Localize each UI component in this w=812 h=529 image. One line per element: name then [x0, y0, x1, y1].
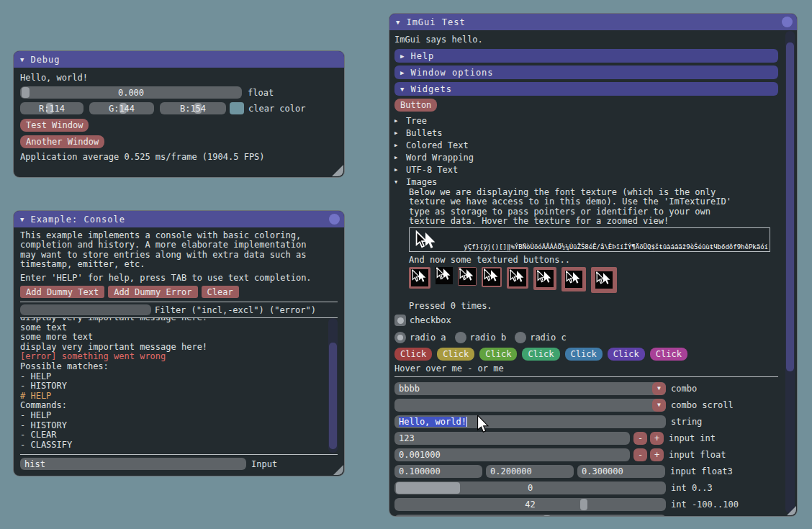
checkbox[interactable] [394, 315, 406, 326]
input-int-field[interactable]: 123 [394, 432, 630, 445]
slider-grab[interactable] [543, 515, 551, 517]
string-input-row: Hello, world! string [394, 415, 778, 428]
images-description: texture we have access to in this demo).… [409, 197, 778, 207]
combo-scroll-select[interactable]: ▼ [394, 399, 666, 412]
tree-item-bullets[interactable]: ▶Bullets [394, 127, 778, 139]
tree-item-images[interactable]: ▼Images [394, 176, 778, 188]
slider-grab[interactable] [580, 499, 587, 510]
add-dummy-error-button[interactable]: Add Dummy Error [108, 286, 197, 298]
clear-button[interactable]: Clear [202, 286, 239, 298]
color-edit-r[interactable]: R:114 [20, 102, 84, 114]
click-button[interactable]: Click [608, 348, 645, 361]
click-button[interactable]: Click [565, 348, 603, 361]
checkbox-row[interactable]: checkbox [394, 315, 778, 326]
slider-value: 0 [528, 483, 533, 493]
test-titlebar[interactable]: ▼ ImGui Test [389, 14, 797, 30]
console-scrollbar[interactable] [328, 318, 338, 453]
slider-label: int 0..3 [671, 483, 713, 493]
test-window-button[interactable]: Test Window [20, 119, 89, 132]
string-input-label: string [671, 417, 702, 427]
header-widgets[interactable]: ▼ Widgets [394, 82, 778, 96]
console-titlebar[interactable]: ▼ Example: Console [14, 211, 344, 227]
decrement-button[interactable]: - [633, 448, 647, 461]
slider-int-100[interactable]: 42 [394, 498, 666, 511]
radio-button-c[interactable] [515, 332, 526, 343]
click-buttons-row: Click Click Click Click Click Click Clic… [394, 348, 778, 361]
tree-item-utf8-text[interactable]: ▶UTF-8 Text [394, 163, 778, 176]
header-help[interactable]: ▶ Help [394, 49, 778, 63]
string-input[interactable]: Hello, world! [394, 415, 666, 428]
radio-button-a[interactable] [394, 332, 406, 343]
combo-arrow-icon[interactable]: ▼ [652, 382, 666, 395]
image-button[interactable] [507, 267, 528, 289]
click-button[interactable]: Click [650, 348, 687, 361]
float3-y-value: 0.200000 [490, 466, 532, 476]
console-log[interactable]: display very important message here! som… [20, 318, 338, 454]
close-icon[interactable] [782, 17, 793, 27]
image-button[interactable] [409, 267, 430, 289]
slider-grab[interactable] [396, 482, 460, 494]
scrollbar-thumb[interactable] [329, 343, 337, 449]
float-slider[interactable]: 0.000 [20, 86, 242, 99]
image-button[interactable] [458, 267, 477, 286]
button-widget[interactable]: Button [394, 99, 437, 112]
close-icon[interactable] [329, 214, 340, 225]
input-float3-x[interactable]: 0.100000 [394, 465, 482, 478]
click-button[interactable]: Click [522, 348, 559, 361]
image-button[interactable] [591, 267, 617, 293]
color-swatch[interactable] [230, 102, 244, 114]
console-input[interactable]: hist [20, 458, 246, 470]
header-window-options[interactable]: ▶ Window options [394, 65, 778, 79]
filter-input[interactable] [20, 304, 151, 315]
log-line: - HISTORY [20, 421, 325, 431]
another-window-button[interactable]: Another Window [20, 135, 104, 148]
slider-float[interactable]: 4.123 [394, 515, 666, 517]
window-scrollbar[interactable] [785, 31, 795, 513]
input-float-value: 0.001000 [399, 450, 441, 460]
log-line: some more text [20, 333, 325, 343]
font-texture-image[interactable]: ýÇf}{ÿj()[]‖%ÝBÑòÙöóÃÂÁÀÖ½¼ÙûŽŠ8éÊ/å\ÈÞï… [409, 227, 770, 252]
decrement-button[interactable]: - [633, 432, 647, 445]
combo-arrow-icon[interactable]: ▼ [652, 399, 666, 412]
slider-label: float [248, 88, 274, 98]
image-button[interactable] [436, 267, 453, 284]
image-button[interactable] [482, 267, 502, 287]
combo-scroll-row: ▼ combo scroll [394, 399, 778, 412]
scrollbar-thumb[interactable] [786, 42, 794, 371]
increment-button[interactable]: + [650, 448, 664, 461]
images-description: type as storage to pass pointers or iden… [409, 207, 778, 217]
tree-item-word-wrapping[interactable]: ▶Word Wrapping [394, 151, 778, 163]
combo-label: combo [671, 384, 697, 394]
combo-select[interactable]: bbbb ▼ [394, 382, 666, 395]
collapse-arrow-icon[interactable]: ▼ [20, 216, 24, 223]
log-line: Commands: [20, 401, 325, 411]
image-button[interactable] [533, 267, 556, 290]
collapse-arrow-icon[interactable]: ▼ [396, 19, 400, 26]
color-edit-g[interactable]: G:144 [89, 102, 154, 114]
color-edit-b[interactable]: B:154 [160, 102, 226, 114]
header-label: Window options [410, 68, 493, 78]
console-buttons-row: Add Dummy Text Add Dummy Error Clear [20, 286, 338, 298]
input-float3-y[interactable]: 0.200000 [486, 465, 574, 478]
input-int-row: 123 - + input int [394, 432, 778, 445]
tree-item-tree[interactable]: ▶Tree [394, 114, 778, 127]
add-dummy-text-button[interactable]: Add Dummy Text [20, 286, 104, 298]
click-button[interactable]: Click [394, 348, 432, 361]
increment-button[interactable]: + [650, 432, 664, 445]
click-button[interactable]: Click [437, 348, 474, 361]
input-float-field[interactable]: 0.001000 [394, 448, 630, 461]
input-float3-z[interactable]: 0.300000 [577, 465, 665, 478]
greeting-text: ImGui says hello. [394, 34, 778, 46]
radio-button-b[interactable] [455, 332, 466, 343]
debug-titlebar[interactable]: ▼ Debug [14, 51, 344, 68]
image-button[interactable] [561, 267, 586, 291]
tree-item-colored-text[interactable]: ▶Colored Text [394, 139, 778, 151]
header-label: Widgets [410, 84, 452, 94]
hover-text[interactable]: Hover over me - or me [394, 364, 778, 374]
log-line: - HELP [20, 372, 325, 382]
slider-int-0-3[interactable]: 0 [394, 481, 666, 494]
collapse-arrow-icon[interactable]: ▼ [20, 56, 24, 63]
slider-grab[interactable] [22, 87, 30, 98]
console-input-value: hist [24, 459, 45, 469]
click-button[interactable]: Click [479, 348, 517, 361]
